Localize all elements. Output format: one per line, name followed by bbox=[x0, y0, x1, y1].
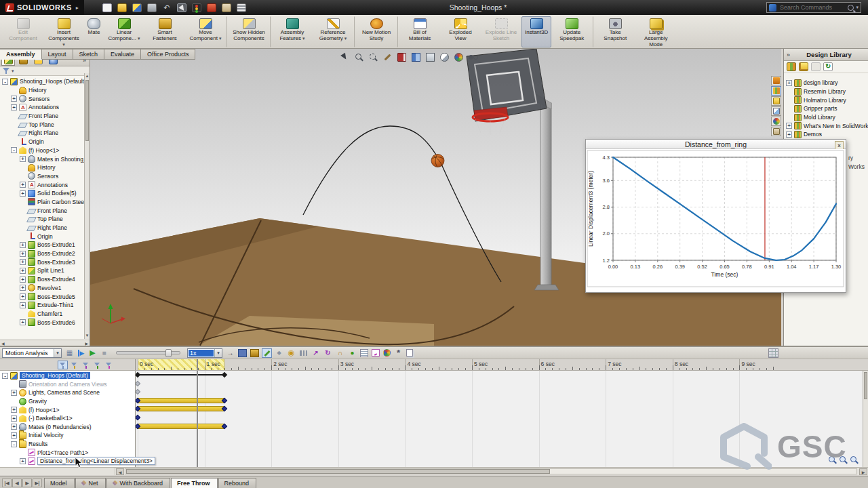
motion-tool-m-save[interactable] bbox=[238, 349, 247, 357]
playback-speed-select[interactable]: 1x▾ bbox=[187, 348, 222, 358]
expander[interactable]: + bbox=[786, 131, 792, 138]
tab-scroll-n-last[interactable] bbox=[33, 479, 42, 487]
feature-plain-carbon-steel[interactable]: Plain Carbon Steel bbox=[0, 198, 90, 207]
timeline-hscrollbar[interactable]: ◀ ▶ bbox=[0, 467, 868, 475]
ribbon-take-snapshot[interactable]: Take Snapshot bbox=[595, 16, 635, 47]
expander[interactable]: + bbox=[11, 390, 17, 396]
search-icon[interactable] bbox=[848, 5, 854, 11]
ribbon-assembly-features[interactable]: Assembly Features bbox=[272, 16, 313, 47]
ribbon-new-motion-study[interactable]: New Motion Study bbox=[356, 16, 398, 47]
hud-h-select[interactable] bbox=[340, 53, 350, 62]
timeline-change-bar[interactable] bbox=[138, 406, 224, 411]
ribbon-large-assembly-mode[interactable]: Large Assembly Mode bbox=[635, 16, 676, 47]
search-dropdown-icon[interactable]: ▾ bbox=[856, 5, 859, 10]
taskpane-tab-tp-resources[interactable] bbox=[771, 76, 781, 85]
library-mold-library[interactable]: Mold Library bbox=[784, 113, 868, 122]
scrollbar-thumb[interactable] bbox=[864, 372, 867, 399]
expander[interactable]: + bbox=[20, 302, 26, 308]
tab-scroll-n-first[interactable] bbox=[2, 479, 12, 487]
motion-tool-m-autokey[interactable] bbox=[262, 348, 272, 358]
toolbar-t-new[interactable] bbox=[102, 3, 113, 13]
expander[interactable]: + bbox=[20, 156, 26, 162]
expander[interactable]: + bbox=[786, 123, 792, 129]
timeline-track-area[interactable] bbox=[136, 371, 863, 467]
tab-assembly[interactable]: Assembly bbox=[0, 49, 42, 60]
expander[interactable]: + bbox=[11, 415, 17, 422]
ribbon-bill-of-materials[interactable]: Bill of Materials bbox=[399, 16, 440, 47]
motion-item-basketball-1[interactable]: + (-) Basketball<1> bbox=[0, 414, 135, 423]
filter-dropdown-icon[interactable]: ▾ bbox=[12, 68, 14, 74]
toolbar-t-select[interactable] bbox=[176, 3, 188, 13]
library-holmatro-library[interactable]: Holmatro Library bbox=[784, 96, 868, 104]
study-tab-with-backboard[interactable]: With Backboard bbox=[106, 478, 171, 488]
hud-h-section[interactable] bbox=[412, 53, 421, 62]
motion-item-orientation-and-camera-views[interactable]: Orientation and Camera Views bbox=[0, 380, 135, 389]
scroll-right-icon[interactable]: ▶ bbox=[859, 468, 867, 475]
motion-item-plot1-trace-path1[interactable]: Plot1<Trace Path1> bbox=[0, 448, 135, 457]
hud-h-display[interactable] bbox=[440, 53, 450, 62]
ribbon-move-component[interactable]: Move Component bbox=[185, 16, 227, 47]
playback-m-calc[interactable] bbox=[64, 348, 75, 358]
expander[interactable]: + bbox=[20, 293, 26, 300]
timeline-key-bar[interactable] bbox=[138, 374, 224, 375]
study-tab-model[interactable]: Model bbox=[44, 478, 75, 488]
motion-tool-m-export[interactable] bbox=[225, 348, 235, 358]
ribbon-edit-component[interactable]: Edit Component bbox=[3, 16, 43, 47]
toolbar-t-open[interactable] bbox=[117, 3, 128, 13]
scroll-up-icon[interactable]: ▲ bbox=[85, 73, 90, 79]
ribbon-mate[interactable]: Mate bbox=[84, 16, 104, 47]
playback-m-playstart[interactable] bbox=[76, 348, 86, 358]
timeline-vscrollbar[interactable] bbox=[863, 371, 868, 467]
expander[interactable]: + bbox=[20, 319, 26, 325]
tab-scroll-n-next[interactable] bbox=[22, 479, 32, 487]
expander[interactable]: - bbox=[11, 441, 17, 447]
scroll-left-icon[interactable]: ◀ bbox=[116, 468, 124, 475]
feature-right-plane[interactable]: Right Plane bbox=[0, 129, 90, 138]
ribbon-update-speedpak[interactable]: Update Speedpak bbox=[551, 16, 593, 47]
tab-sketch[interactable]: Sketch bbox=[73, 49, 105, 60]
taskpane-tab-tp-palette[interactable] bbox=[771, 106, 781, 116]
feature-front-plane[interactable]: Front Plane bbox=[0, 206, 90, 215]
timeline-z-in[interactable] bbox=[839, 455, 848, 464]
menu-expand-icon[interactable]: ▸ bbox=[76, 5, 79, 11]
expander[interactable]: + bbox=[20, 182, 26, 188]
study-tab-net[interactable]: Net bbox=[75, 478, 106, 488]
playback-m-play[interactable] bbox=[87, 348, 98, 358]
feature-history[interactable]: History bbox=[0, 86, 90, 95]
library-resemin-library[interactable]: Resemin Library bbox=[784, 87, 868, 96]
filter-f-animated[interactable] bbox=[69, 361, 79, 369]
motion-tool-m-addkey[interactable] bbox=[274, 348, 284, 358]
feature-top-plane[interactable]: Top Plane bbox=[0, 215, 90, 224]
expander[interactable]: + bbox=[11, 407, 17, 413]
playback-m-stop[interactable] bbox=[99, 348, 109, 358]
hud-h-hide[interactable] bbox=[469, 53, 478, 62]
filter-f-all[interactable] bbox=[58, 361, 68, 369]
motion-item-lights-cameras-and-scene[interactable]: + Lights, Cameras and Scene bbox=[0, 388, 135, 397]
keyframe-diamond[interactable] bbox=[222, 372, 227, 378]
feature-top-plane[interactable]: Top Plane bbox=[0, 120, 90, 129]
timeline-ruler[interactable]: 0 sec1 sec2 sec3 sec4 sec5 sec6 sec7 sec… bbox=[136, 359, 868, 370]
dl-tool-dl-refresh[interactable] bbox=[823, 62, 833, 71]
hud-h-sphere[interactable] bbox=[454, 53, 464, 62]
motion-item-f-hoop-1[interactable]: + (f) Hoop<1> bbox=[0, 405, 135, 414]
hud-h-cube[interactable] bbox=[426, 53, 435, 62]
feature-boss-extrude3[interactable]: + Boss-Extrude3 bbox=[0, 258, 90, 266]
library-demos[interactable]: + Demos bbox=[784, 130, 868, 139]
timeline-change-bar[interactable] bbox=[138, 398, 224, 403]
expander[interactable]: + bbox=[20, 458, 26, 464]
keyframe-diamond[interactable] bbox=[136, 389, 140, 394]
feature-boss-extrude2[interactable]: + Boss-Extrude2 bbox=[0, 249, 90, 258]
motion-tool-m-wizard[interactable] bbox=[250, 349, 259, 357]
feature-chamfer1[interactable]: Chamfer1 bbox=[0, 310, 90, 319]
timeline-change-bar[interactable] bbox=[138, 424, 224, 429]
tab-office-products[interactable]: Office Products bbox=[141, 49, 195, 60]
motion-tool-m-copy[interactable] bbox=[406, 349, 413, 357]
expander[interactable]: + bbox=[786, 80, 792, 86]
toolbar-t-list[interactable] bbox=[236, 3, 248, 13]
dl-tool-dl-addloc[interactable] bbox=[799, 62, 808, 71]
expander[interactable]: + bbox=[20, 190, 26, 197]
filter-f-selected[interactable] bbox=[92, 361, 102, 369]
toolbar-t-publish[interactable] bbox=[132, 3, 143, 13]
search-commands-box[interactable]: ▾ bbox=[766, 2, 861, 13]
tab-scroll-n-prev[interactable] bbox=[12, 479, 22, 487]
